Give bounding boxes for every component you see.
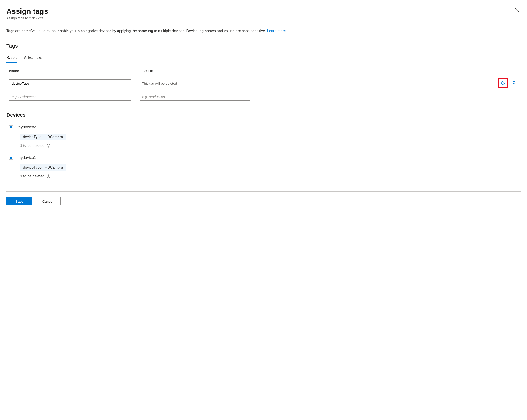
page-subtitle: Assign tags to 2 devices [6, 16, 48, 20]
trash-icon [512, 81, 516, 86]
device-tag-chip: deviceType : HDCamera [20, 164, 66, 171]
info-icon[interactable] [46, 174, 51, 178]
tag-deleted-message: This tag will be deleted [140, 81, 498, 85]
device-name: mydevice1 [17, 155, 36, 160]
undo-delete-button[interactable] [498, 78, 508, 88]
colon-separator: : [131, 81, 140, 85]
tag-undo-icon [500, 81, 505, 86]
svg-rect-19 [10, 157, 12, 159]
delete-note-text: 1 to be deleted [20, 174, 44, 178]
page-title: Assign tags [6, 7, 48, 16]
devices-heading: Devices [6, 112, 521, 118]
tabs: Basic Advanced [6, 55, 521, 63]
device-name: mydevice2 [17, 125, 36, 129]
svg-point-16 [48, 145, 49, 145]
column-name: Name [9, 69, 135, 73]
column-value: Value [143, 69, 518, 73]
close-icon [515, 8, 519, 12]
device-row: mydevice1 deviceType : HDCamera 1 to be … [6, 151, 521, 182]
learn-more-link[interactable]: Learn more [267, 29, 286, 33]
info-icon[interactable] [46, 144, 51, 148]
cancel-button[interactable]: Cancel [35, 197, 61, 205]
tag-name-input[interactable] [9, 79, 131, 87]
delete-note-text: 1 to be deleted [20, 144, 44, 148]
device-row: mydevice2 deviceType : HDCamera 1 to be … [6, 121, 521, 151]
svg-point-0 [502, 83, 502, 83]
chip-icon [8, 124, 14, 130]
tags-table-header: Name Value [6, 69, 521, 76]
svg-point-33 [48, 175, 49, 176]
chip-icon [8, 154, 14, 161]
close-button[interactable] [513, 7, 521, 13]
device-tag-chip: deviceType : HDCamera [20, 134, 66, 140]
colon-separator: : [131, 95, 140, 99]
tag-value-input[interactable] [140, 93, 250, 100]
tab-advanced[interactable]: Advanced [24, 55, 42, 63]
tag-row: : This tag will be deleted [6, 76, 521, 90]
description-text: Tags are name/value pairs that enable yo… [6, 28, 521, 34]
footer-divider [6, 191, 521, 192]
tab-basic[interactable]: Basic [6, 55, 17, 63]
svg-rect-2 [10, 126, 12, 128]
delete-tag-button[interactable] [510, 79, 518, 87]
tag-name-input[interactable] [9, 93, 131, 100]
tags-heading: Tags [6, 43, 521, 49]
save-button[interactable]: Save [6, 197, 32, 205]
tag-row: : [6, 90, 521, 103]
